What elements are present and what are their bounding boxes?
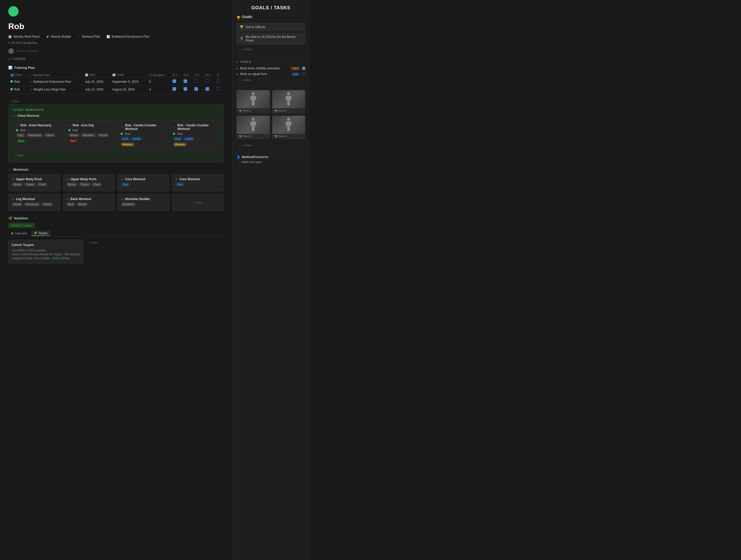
col-client[interactable]: 👥 Client (8, 72, 27, 78)
add-workout-card[interactable]: + New (172, 194, 224, 211)
nutrition-header: 🌿 Nutrition (8, 216, 224, 220)
comment-area[interactable]: 👤 Add a comment... (8, 48, 224, 54)
tag: Legs (16, 133, 25, 137)
client-workouts-label: CLIENT WORKOUTS (13, 109, 219, 112)
col-5[interactable]: ☑ (214, 72, 224, 78)
client-workout-card-2[interactable]: ↔ Rob - Cardio Crusher Workout Rob Core … (117, 120, 167, 150)
tag: Chest (91, 183, 102, 187)
svg-rect-8 (286, 96, 287, 100)
task-check-0[interactable] (302, 67, 305, 70)
prop-muscle-builder[interactable]: ⚡ Muscle Builder (46, 35, 71, 39)
camera-icon-week4: 📷 (274, 135, 277, 138)
add-goal-button[interactable]: + + New (237, 46, 305, 53)
nutrition-icon: 🌿 (8, 216, 12, 220)
col-4[interactable]: ☑ 4 (203, 72, 214, 78)
add-task-button[interactable]: + + New (237, 77, 305, 83)
check-2-4[interactable] (205, 87, 209, 91)
difficulty-badge-1: Hard (68, 139, 78, 143)
svg-point-6 (287, 92, 290, 95)
goals-section: 🏆 Goals 🏆 Get to 180Lbs 🏋 Be Able to Lif… (237, 15, 305, 53)
tag: Calves (44, 133, 55, 137)
svg-rect-3 (255, 96, 256, 100)
dumbbell-icon-1: ↔ (78, 35, 80, 38)
col-finish[interactable]: 📅 Finish (110, 72, 147, 78)
workout-item-4[interactable]: ↔Leg Workout QuadsHamstringsCalves (8, 194, 60, 211)
goal-item-0[interactable]: 🏆 Get to 180Lbs (237, 23, 305, 31)
check-2-2[interactable] (184, 87, 187, 91)
photo-card-week1[interactable]: 📷 Week 1 (237, 90, 270, 114)
col-3[interactable]: ☑ 3 (192, 72, 203, 78)
nutrition-tracker-badge[interactable]: Nutrition Tracker (8, 223, 35, 228)
prop-endurance-plan[interactable]: 📊 Bulletproof Endurance Plan (107, 35, 149, 39)
tab-targets[interactable]: ⚡ Targets (31, 230, 50, 236)
svg-rect-15 (255, 122, 256, 126)
add-photo-button[interactable]: + + New (237, 142, 305, 149)
tag: Biceps (12, 183, 23, 187)
more-properties[interactable]: ∨ 24 more properties (8, 41, 224, 45)
plus-icon-goals: + (239, 48, 241, 51)
photo-card-week3[interactable]: 📷 Week 3 (237, 116, 270, 139)
svg-rect-2 (250, 96, 252, 100)
col-start[interactable]: 📅 Start (83, 72, 110, 78)
col-1[interactable]: ☑ 1 (171, 72, 182, 78)
workouts-section: ↔ Workouts ↔Upper Body Push BicepsTricep… (8, 167, 224, 211)
tab-calculator[interactable]: 🖩 Calculator (8, 230, 30, 236)
check-1-4[interactable] (205, 79, 209, 83)
add-nutrition[interactable]: + New (86, 240, 99, 246)
page-title: Rob (8, 22, 224, 31)
check-1-1[interactable] (173, 79, 176, 83)
prop-weekly-meal-plans[interactable]: 📅 Weekly Meal Plans (8, 35, 40, 39)
comment-placeholder[interactable]: Add a comment... (16, 49, 40, 53)
workout-item-3[interactable]: ↔Core Workout Core (172, 174, 224, 191)
svg-rect-16 (252, 127, 253, 131)
add-client-workout[interactable]: + New (13, 152, 219, 158)
task-badge-1: Low (291, 72, 300, 76)
check-2-1[interactable] (173, 87, 176, 91)
dumbbell-icon-w1: ↔ (66, 178, 69, 181)
table-row: Rob ↔ Bulletproof Endurance Plan July 25… (8, 78, 224, 86)
workout-item-5[interactable]: ↔Back Workout BackBiceps (63, 194, 115, 211)
check-1-3[interactable] (194, 79, 198, 83)
check-2-3[interactable] (194, 87, 198, 91)
prop-label-1: Weekly Meal Plans (13, 35, 40, 39)
tag: Hamstrings (24, 202, 41, 206)
workout-item-0[interactable]: ↔Upper Body Push BicepsTricepsChest (8, 174, 60, 191)
svg-rect-10 (287, 101, 288, 106)
tag: Core (175, 183, 185, 187)
calorie-targets-box: Calorie Targets Your BMR is 1923 kcal/da… (8, 240, 83, 264)
check-1-2[interactable] (184, 79, 187, 83)
svg-rect-22 (287, 127, 288, 131)
client-workout-card-0[interactable]: ↔ Rob - Knee Recovery Rob Legs Hamstring… (13, 120, 62, 150)
goal-item-1[interactable]: 🏋 Be Able to Lift 225Lbs On the Bench Pr… (237, 33, 305, 45)
client-workout-card-1[interactable]: ↔ Rob - Arm Day Rob Biceps Shoulders Tri… (65, 120, 115, 150)
tag: Triceps (79, 183, 90, 187)
prop-workout-plan[interactable]: ↔ Workout Plan (78, 35, 100, 39)
photo-card-week2[interactable]: 📷 Week 2 (272, 90, 306, 114)
workout-item-1[interactable]: ↔Upper Body Push BicepsTricepsChest (63, 174, 115, 191)
check-1-5[interactable] (217, 79, 220, 83)
goals-tasks-title: GOALS / TASKS (237, 5, 305, 11)
lightning-icon: ⚡ (46, 35, 50, 39)
goals-label: Goals (242, 15, 252, 19)
prop-label-2: Muscle Builder (51, 35, 71, 39)
col-sessions[interactable]: ⏱ Sessions (147, 72, 171, 78)
workout-item-6[interactable]: ↔Shoulder Builder Shoulders (117, 194, 170, 211)
client-workout-card-3[interactable]: ↔ Rob - Cardio Crusher Workout Rob Core … (170, 120, 219, 150)
check-2-5[interactable] (217, 87, 220, 91)
photo-card-week4[interactable]: 📷 Week 4 (272, 116, 306, 139)
workout-item-2[interactable]: ↔Core Workout Core (117, 174, 170, 191)
task-check-1[interactable] (302, 72, 305, 76)
col-workout-plan[interactable]: ↔ Workout Plan (27, 72, 83, 78)
dumbbell-icon-card1: ↔ (68, 124, 71, 127)
tag: Triceps (24, 183, 36, 187)
backlink[interactable]: ↙ 1 backlink (8, 57, 224, 61)
col-2[interactable]: ☑ 2 (182, 72, 193, 78)
card-tags-0: Legs Hamstrings Calves (16, 133, 59, 137)
dumbbell-icon-w5: ↔ (66, 197, 69, 201)
photo-placeholder-week4 (272, 116, 305, 134)
difficulty-badge-3: Medium (173, 143, 187, 146)
svg-rect-7 (287, 96, 290, 101)
client-workout-cards: ↔ Rob - Knee Recovery Rob Legs Hamstring… (13, 120, 219, 150)
backlink-icon: ↙ (8, 57, 11, 61)
add-training-row[interactable]: + New (8, 98, 224, 104)
